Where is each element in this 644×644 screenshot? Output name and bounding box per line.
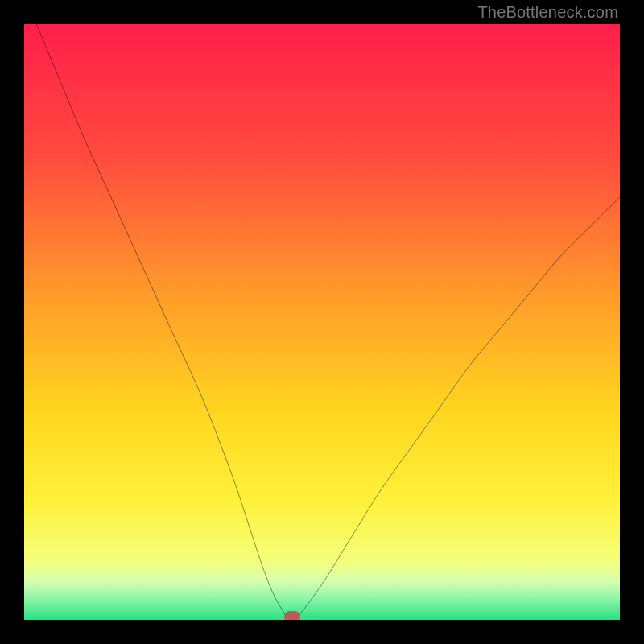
- bottleneck-curve: [24, 24, 620, 620]
- chart-frame: TheBottleneck.com: [0, 0, 644, 644]
- watermark-text: TheBottleneck.com: [477, 3, 618, 22]
- plot-area: [24, 24, 620, 620]
- optimal-point-marker: [284, 611, 300, 620]
